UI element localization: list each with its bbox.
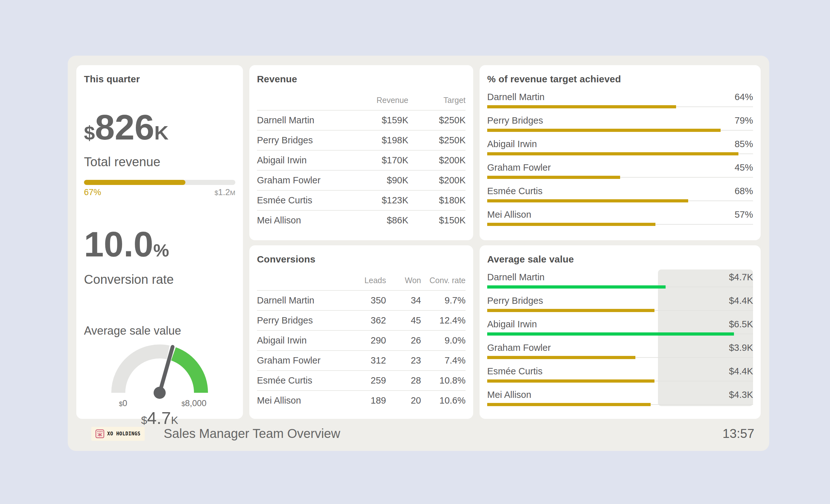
bar-row-name: Abigail Irwin bbox=[487, 319, 537, 330]
gauge-min-label: $0 bbox=[119, 399, 127, 408]
conversions-table-header: LeadsWonConv. rate bbox=[257, 271, 466, 291]
row-value: 7.4% bbox=[421, 355, 466, 366]
bar-row-value: $4.4K bbox=[729, 366, 753, 377]
dashboard-title: Sales Manager Team Overview bbox=[164, 427, 723, 441]
card-title-this-quarter: This quarter bbox=[84, 73, 235, 85]
bar-fill bbox=[487, 379, 655, 382]
row-value: 34 bbox=[386, 295, 421, 306]
bar-row: Mei Allison$4.3K bbox=[487, 390, 753, 406]
table-row: Perry Bridges3624512.4% bbox=[257, 311, 466, 331]
revenue-table: RevenueTarget Darnell Martin$159K$250KPe… bbox=[257, 91, 466, 230]
row-value: $170K bbox=[348, 155, 408, 166]
table-row: Mei Allison1892010.6% bbox=[257, 391, 466, 410]
bar-row: Abigail Irwin$6.5K bbox=[487, 319, 753, 336]
card-title-average-sale-value: Average sale value bbox=[487, 254, 753, 265]
target-zone-band bbox=[658, 269, 753, 406]
bar-row-labels: Abigail Irwin$6.5K bbox=[487, 319, 753, 331]
target-achieved-rows: Darnell Martin64%Perry Bridges79%Abigail… bbox=[487, 92, 753, 226]
row-value: 259 bbox=[348, 375, 386, 386]
row-value: 10.8% bbox=[421, 375, 466, 386]
bar-track bbox=[487, 285, 753, 289]
bar-row-name: Darnell Martin bbox=[487, 92, 545, 102]
dashboard-grid: This quarter $826K Total revenue 67% $1.… bbox=[76, 65, 761, 419]
bar-track bbox=[487, 379, 753, 382]
table-row: Perry Bridges$198K$250K bbox=[257, 131, 466, 150]
row-name: Abigail Irwin bbox=[257, 155, 348, 166]
row-value: 45 bbox=[386, 315, 421, 326]
bar-row-name: Esmée Curtis bbox=[487, 186, 543, 196]
row-value: 362 bbox=[348, 315, 386, 326]
bar-row-value: 45% bbox=[735, 162, 753, 173]
xo-holdings-logo-icon bbox=[95, 429, 104, 438]
card-conversions: Conversions LeadsWonConv. rate Darnell M… bbox=[249, 245, 473, 419]
column-header: Revenue bbox=[348, 96, 408, 105]
bar-track bbox=[487, 332, 753, 336]
bar-row: Abigail Irwin85% bbox=[487, 139, 753, 156]
revenue-table-header: RevenueTarget bbox=[257, 91, 466, 110]
bar-row-value: $4.4K bbox=[729, 296, 753, 306]
bar-row-value: $4.3K bbox=[729, 390, 753, 400]
bar-row: Darnell Martin$4.7K bbox=[487, 272, 753, 289]
progress-target-label: $1.2M bbox=[215, 188, 235, 197]
brand-name: XO HOLDINGS bbox=[107, 431, 140, 437]
row-value: 189 bbox=[348, 395, 386, 406]
gauge-hub bbox=[154, 387, 166, 399]
column-header: Leads bbox=[348, 276, 386, 285]
bar-row-labels: Darnell Martin64% bbox=[487, 92, 753, 103]
bar-row-value: 68% bbox=[735, 186, 753, 196]
row-name: Darnell Martin bbox=[257, 295, 348, 306]
row-value: 26 bbox=[386, 335, 421, 346]
average-sale-chart: Darnell Martin$4.7KPerry Bridges$4.4KAbi… bbox=[487, 272, 753, 406]
row-name: Perry Bridges bbox=[257, 135, 348, 145]
bar-fill bbox=[487, 285, 666, 289]
bar-row-name: Esmée Curtis bbox=[487, 366, 543, 377]
percent-symbol: % bbox=[153, 240, 169, 260]
bar-track bbox=[487, 105, 753, 108]
bar-row-name: Graham Fowler bbox=[487, 343, 551, 353]
bar-row: Mei Allison57% bbox=[487, 209, 753, 226]
bar-row: Darnell Martin64% bbox=[487, 92, 753, 108]
row-value: 10.6% bbox=[421, 395, 466, 406]
conversions-table-body: Darnell Martin350349.7%Perry Bridges3624… bbox=[257, 291, 466, 410]
table-row: Graham Fowler$90K$200K bbox=[257, 171, 466, 191]
card-average-sale-value: Average sale value Darnell Martin$4.7KPe… bbox=[480, 245, 761, 419]
row-value: 20 bbox=[386, 395, 421, 406]
dashboard-container: This quarter $826K Total revenue 67% $1.… bbox=[68, 56, 769, 451]
bar-fill bbox=[487, 309, 655, 312]
target-number: 1.2 bbox=[218, 188, 230, 197]
row-value: 9.0% bbox=[421, 335, 466, 346]
table-row: Esmée Curtis2592810.8% bbox=[257, 371, 466, 391]
bar-track bbox=[487, 152, 753, 156]
dashboard-footer: XO HOLDINGS Sales Manager Team Overview … bbox=[76, 419, 761, 451]
gauge-max-label: $8,000 bbox=[182, 399, 207, 408]
row-name: Mei Allison bbox=[257, 215, 348, 226]
bar-row-name: Perry Bridges bbox=[487, 115, 543, 126]
bar-row: Esmée Curtis$4.4K bbox=[487, 366, 753, 382]
total-revenue-label: Total revenue bbox=[84, 155, 235, 169]
table-row: Darnell Martin$159K$250K bbox=[257, 110, 466, 131]
card-title-revenue: Revenue bbox=[257, 73, 466, 85]
average-sale-rows: Darnell Martin$4.7KPerry Bridges$4.4KAbi… bbox=[487, 272, 753, 406]
bar-track bbox=[487, 309, 753, 312]
bar-fill bbox=[487, 105, 676, 108]
table-row: Esmée Curtis$123K$180K bbox=[257, 191, 466, 211]
revenue-progress-labels: 67% $1.2M bbox=[84, 188, 235, 197]
row-name: Mei Allison bbox=[257, 395, 348, 406]
bar-row-name: Mei Allison bbox=[487, 209, 532, 220]
bar-row-value: 79% bbox=[735, 115, 753, 126]
column-header: Conv. rate bbox=[421, 276, 466, 285]
bar-row-value: $4.7K bbox=[729, 272, 753, 282]
target-unit: M bbox=[230, 190, 235, 196]
card-this-quarter: This quarter $826K Total revenue 67% $1.… bbox=[76, 65, 243, 419]
row-value: 290 bbox=[348, 335, 386, 346]
bar-row-value: 64% bbox=[735, 92, 753, 102]
row-value: $86K bbox=[348, 215, 408, 226]
bar-fill bbox=[487, 223, 656, 226]
total-revenue-number: 826 bbox=[95, 107, 154, 147]
bar-row-labels: Perry Bridges79% bbox=[487, 115, 753, 127]
bar-row-value: $3.9K bbox=[729, 343, 753, 353]
revenue-progress-bar bbox=[84, 180, 235, 185]
bar-track bbox=[487, 223, 753, 226]
bar-row-labels: Mei Allison$4.3K bbox=[487, 390, 753, 401]
row-value: $200K bbox=[408, 175, 466, 186]
